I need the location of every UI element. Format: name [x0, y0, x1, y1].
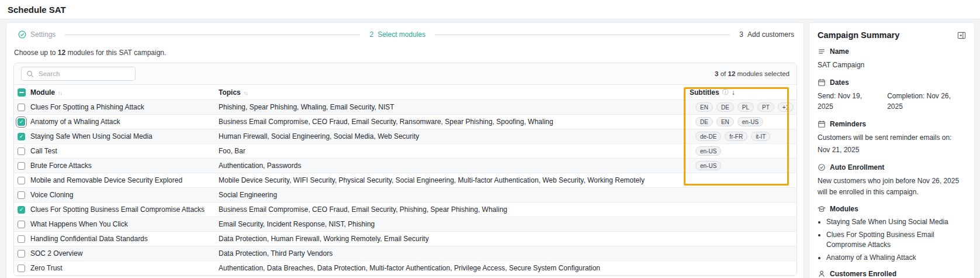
module-topics: Human Firewall, Social Engineering, Soci… — [219, 132, 682, 140]
step-settings[interactable]: Settings — [18, 30, 56, 39]
subtitle-badge: DE — [716, 102, 734, 112]
module-name: Voice Cloning — [30, 191, 219, 199]
module-topics: Phishing, Spear Phishing, Whaling, Email… — [219, 103, 682, 111]
subtitle-badge: EN — [716, 117, 734, 126]
table-row[interactable]: Call TestFoo, Baren-US — [14, 144, 797, 159]
step-settings-label: Settings — [30, 30, 56, 39]
info-icon[interactable]: ⓘ — [722, 88, 729, 97]
summary-section-label: Dates — [818, 78, 966, 87]
table-row[interactable]: Brute Force AttacksAuthentication, Passw… — [14, 159, 797, 173]
subtitle-badge: PL — [737, 102, 754, 112]
module-topics: Authentication, Passwords — [219, 162, 682, 170]
subtitle-badge: PT — [757, 102, 774, 112]
row-checkbox[interactable] — [18, 162, 25, 170]
subtitle-badge: EN — [695, 102, 713, 112]
instruction-text: Choose up to 12 modules for this SAT cam… — [14, 49, 797, 57]
module-topics: Foo, Bar — [219, 147, 682, 155]
column-header-module[interactable]: Module↑↓ — [30, 88, 219, 97]
table-row[interactable]: Clues For Spotting a Phishing AttackPhis… — [14, 100, 797, 115]
subtitle-badge: it-IT — [751, 132, 770, 141]
row-checkbox[interactable]: ✓ — [18, 206, 25, 214]
collapse-panel-icon[interactable] — [957, 31, 966, 40]
table-header-row: Module↑↓ Topics↑↓ Subtitles ⓘ ↓ — [14, 85, 797, 100]
table-row[interactable]: ✓Clues For Spotting Business Email Compr… — [14, 203, 797, 217]
row-checkbox[interactable] — [18, 235, 25, 243]
summary-section-label: Reminders — [818, 120, 966, 128]
row-checkbox[interactable] — [18, 147, 25, 155]
row-checkbox[interactable]: ✓ — [18, 133, 25, 140]
subtitle-badges: en-US — [682, 146, 797, 156]
search-input[interactable] — [37, 70, 130, 78]
subtitle-badge: en-US — [737, 117, 763, 126]
table-row[interactable]: SOC 2 OverviewData Protection, Third Par… — [14, 246, 797, 261]
table-toolbar: 3 of 12 modules selected — [14, 63, 797, 85]
row-checkbox[interactable] — [18, 265, 25, 272]
top-header-bar: Schedule SAT — [0, 0, 980, 19]
subtitle-badge: DE — [695, 117, 713, 126]
module-name: Call Test — [30, 147, 219, 155]
table-row[interactable]: ✓Anatomy of a Whaling AttackBusiness Ema… — [14, 115, 797, 129]
circle-check-icon — [818, 163, 826, 171]
subtitle-badges: en-US — [682, 161, 797, 170]
module-name: What Happens When You Click — [30, 220, 219, 228]
graduation-cap-icon — [818, 205, 826, 213]
campaign-summary-panel: Campaign Summary NameSAT CampaignDatesSe… — [809, 22, 975, 278]
search-icon — [26, 70, 34, 78]
table-row[interactable]: ✓Staying Safe When Using Social MediaHum… — [14, 129, 797, 144]
stepper: Settings 2 Select modules 3 Add customer… — [13, 27, 797, 42]
row-checkbox[interactable] — [18, 177, 25, 184]
campaign-summary-sections: NameSAT CampaignDatesSend: Nov 19, 2025C… — [818, 47, 966, 278]
name-icon — [818, 47, 826, 56]
column-header-topics[interactable]: Topics↑↓ — [219, 88, 682, 97]
step-add-customers-label: Add customers — [747, 30, 794, 39]
summary-module-item: Clues For Spotting Business Email Compro… — [826, 230, 966, 249]
module-name: Mobile and Removable Device Security Exp… — [30, 176, 219, 184]
page-title: Schedule SAT — [8, 5, 66, 15]
step-number: 3 — [739, 30, 743, 39]
module-topics: Business Email Compromise, CEO Fraud, Em… — [219, 118, 682, 126]
row-checkbox[interactable] — [18, 221, 25, 228]
row-checkbox[interactable]: ✓ — [18, 118, 25, 126]
subtitle-badge: fr-FR — [725, 132, 747, 141]
step-add-customers[interactable]: 3 Add customers — [739, 30, 794, 39]
stepper-connector — [435, 35, 730, 35]
subtitle-badge: en-US — [695, 161, 721, 170]
module-topics: Social Engineering — [219, 191, 682, 199]
search-box[interactable] — [21, 67, 136, 81]
sort-icon[interactable]: ↑↓ — [58, 90, 62, 96]
subtitle-badges: DEENen-US — [682, 117, 797, 126]
module-topics: Data Protection, Human Firewall, Working… — [219, 235, 682, 243]
table-row[interactable]: Voice CloningSocial Engineering — [14, 188, 797, 203]
select-all-checkbox[interactable] — [18, 88, 26, 97]
summary-section-label: Auto Enrollment — [818, 163, 966, 171]
module-name: Staying Safe When Using Social Media — [30, 132, 219, 140]
table-row[interactable]: What Happens When You ClickEmail Securit… — [14, 217, 797, 232]
step-select-modules-label: Select modules — [378, 30, 425, 39]
table-row[interactable]: Zero TrustAuthentication, Data Breaches,… — [14, 261, 797, 276]
stepper-connector — [65, 35, 360, 35]
row-checkbox[interactable] — [18, 250, 25, 258]
module-topics: Authentication, Data Breaches, Data Prot… — [219, 264, 682, 272]
module-name: Clues For Spotting a Phishing Attack — [30, 103, 219, 111]
row-checkbox[interactable] — [18, 191, 25, 199]
module-name: Brute Force Attacks — [30, 162, 219, 170]
sort-descending-icon[interactable]: ↓ — [732, 88, 735, 97]
table-row[interactable]: Mobile and Removable Device Security Exp… — [14, 173, 797, 188]
module-topics: Email Security, Incident Response, NIST,… — [219, 220, 682, 228]
module-name: SOC 2 Overview — [30, 249, 219, 258]
campaign-summary-title: Campaign Summary — [818, 30, 899, 40]
subtitle-badge: de-DE — [695, 132, 721, 141]
summary-section-body: SAT Campaign — [818, 60, 966, 71]
sort-icon[interactable]: ↑↓ — [244, 90, 248, 96]
column-header-subtitles[interactable]: Subtitles ⓘ ↓ — [682, 88, 797, 97]
summary-section-label: Modules — [818, 205, 966, 213]
subtitle-badges: de-DEfr-FRit-IT — [682, 132, 797, 141]
subtitle-badges: ENDEPLPT+1 — [682, 102, 797, 112]
module-name: Anatomy of a Whaling Attack — [30, 118, 219, 126]
step-select-modules[interactable]: 2 Select modules — [369, 30, 425, 39]
row-checkbox[interactable] — [18, 104, 25, 111]
table-row[interactable]: Handling Confidential Data StandardsData… — [14, 232, 797, 246]
wizard-card: Settings 2 Select modules 3 Add customer… — [6, 22, 804, 278]
module-topics: Business Email Compromise, CEO Fraud, Em… — [219, 205, 682, 214]
summary-section-body: Customers will be sent reminder emails o… — [818, 132, 966, 156]
